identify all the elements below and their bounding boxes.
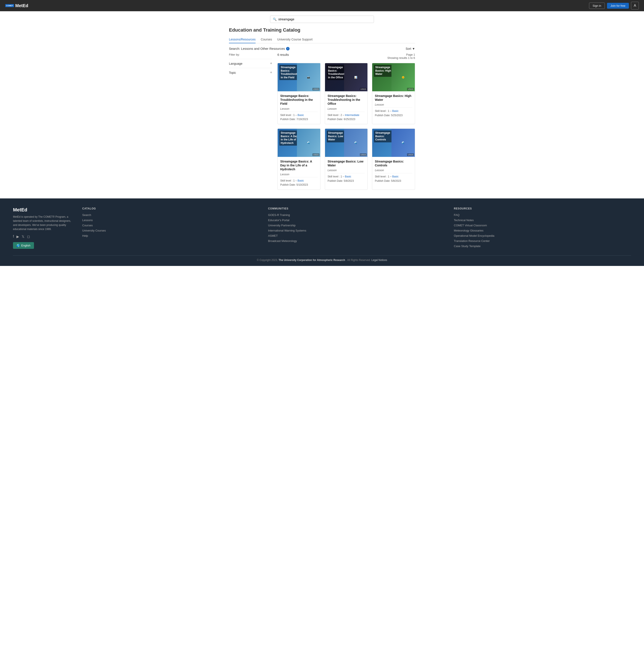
footer-link-item: Search bbox=[82, 213, 259, 217]
footer-resources-heading: RESOURCES bbox=[454, 207, 631, 210]
twitter-icon[interactable]: 𝕏 bbox=[22, 234, 25, 239]
footer-link-item: Technical Notes bbox=[454, 218, 631, 222]
footer-link-tech-notes[interactable]: Technical Notes bbox=[454, 219, 474, 222]
footer-link-educators-portal[interactable]: Educator's Portal bbox=[268, 219, 290, 222]
footer-link-item: University Courses bbox=[82, 229, 259, 232]
list-item[interactable]: Streamgage Basics: High Water 🌞 USGS Str… bbox=[372, 63, 415, 124]
results-area: 6 results Page 1 Showing results 1 to 6 … bbox=[278, 53, 415, 190]
footer-communities-heading: COMMUNITIES bbox=[268, 207, 445, 210]
skill-link[interactable]: Basic bbox=[345, 175, 351, 178]
tab-courses[interactable]: Courses bbox=[261, 36, 272, 43]
footer-link-ome[interactable]: Operational Model Encyclopedia bbox=[454, 234, 494, 238]
tab-university[interactable]: University Course Support bbox=[277, 36, 313, 43]
skill-link[interactable]: Intermediate bbox=[345, 114, 359, 117]
footer-link-faq[interactable]: FAQ bbox=[454, 213, 459, 217]
footer-link-goes-r[interactable]: GOES-R Training bbox=[268, 213, 290, 217]
site-header: COMET MetEd Sign in Join for free A bbox=[0, 0, 644, 11]
logo-text: MetEd bbox=[15, 3, 28, 8]
search-label-row: Search: Lessons and Other Resources i So… bbox=[229, 47, 415, 50]
footer-language-button[interactable]: 🌎 English bbox=[13, 242, 34, 249]
footer-catalog-heading: CATALOG bbox=[82, 207, 259, 210]
main-content: Education and Training Catalog Lessons/R… bbox=[225, 25, 419, 198]
footer-link-item: GOES-R Training bbox=[268, 213, 445, 217]
card-thumb-image: 🌞 bbox=[391, 63, 415, 91]
legal-notices-link[interactable]: Legal Notices bbox=[371, 259, 387, 262]
card-body: Streamgage Basics: High Water Lesson Ski… bbox=[372, 91, 415, 120]
signin-button[interactable]: Sign in bbox=[589, 3, 605, 9]
footer-link-case-study[interactable]: Case Study Template bbox=[454, 245, 480, 248]
list-item[interactable]: Streamgage Basics: Low Water 🌊 USGS Stre… bbox=[325, 129, 368, 190]
card-thumb-image: 🌊 bbox=[297, 129, 320, 157]
footer-communities-links: GOES-R Training Educator's Portal Univer… bbox=[268, 213, 445, 243]
card-thumbnail: Streamgage Basics: Low Water 🌊 USGS bbox=[325, 129, 368, 157]
header-actions: Sign in Join for free A bbox=[589, 2, 639, 9]
search-input[interactable] bbox=[278, 17, 371, 21]
list-item[interactable]: Streamgage Basics: Troubleshooting in th… bbox=[325, 63, 368, 124]
join-button[interactable]: Join for free bbox=[607, 3, 629, 9]
card-thumbnail: Streamgage Basics: Troubleshooting in th… bbox=[278, 63, 320, 91]
skill-link[interactable]: Basic bbox=[297, 179, 304, 182]
footer-link-help[interactable]: Help bbox=[82, 234, 88, 238]
card-title: Streamgage Basics: High Water bbox=[375, 94, 412, 102]
card-meta: Skill level : 1 – Basic Publish Date: 7/… bbox=[280, 113, 318, 121]
card-title: Streamgage Basics: Troubleshooting in th… bbox=[280, 94, 318, 106]
footer-resources-column: RESOURCES FAQ Technical Notes COMET Virt… bbox=[454, 207, 631, 249]
tab-bar: Lessons/Resources Courses University Cou… bbox=[229, 36, 415, 43]
footer-link-asmet[interactable]: ASMET bbox=[268, 234, 278, 238]
card-type: Lesson bbox=[280, 173, 318, 177]
results-page: Page 1 Showing results 1 to 6 bbox=[387, 53, 415, 60]
footer-link-item: Translation Resource Center bbox=[454, 239, 631, 243]
instagram-icon[interactable]: ◻ bbox=[27, 234, 30, 239]
youtube-icon[interactable]: ▶ bbox=[16, 234, 19, 239]
filter-sidebar: Filter by: Language + Topic + bbox=[229, 53, 272, 190]
footer-link-lessons[interactable]: Lessons bbox=[82, 219, 93, 222]
card-thumb-image: 🌊 bbox=[344, 129, 367, 157]
filter-topic[interactable]: Topic + bbox=[229, 68, 272, 77]
footer-link-intl-warning[interactable]: International Warning Systems bbox=[268, 229, 307, 232]
language-icon-button[interactable]: A bbox=[631, 2, 639, 9]
card-thumb-image: 📷 bbox=[297, 63, 320, 91]
footer-link-comet-virtual[interactable]: COMET Virtual Classroom bbox=[454, 224, 487, 227]
footer-link-glossaries[interactable]: Meteorology Glossaries bbox=[454, 229, 484, 232]
card-thumb-usgs-label: USGS bbox=[313, 88, 319, 91]
facebook-icon[interactable]: f bbox=[13, 234, 14, 239]
footer-resources-links: FAQ Technical Notes COMET Virtual Classr… bbox=[454, 213, 631, 248]
list-item[interactable]: Streamgage Basics: Controls 🌊 USGS Strea… bbox=[372, 129, 415, 190]
logo[interactable]: COMET MetEd bbox=[5, 3, 28, 8]
tab-lessons[interactable]: Lessons/Resources bbox=[229, 36, 256, 43]
page-title: Education and Training Catalog bbox=[229, 27, 415, 33]
filter-language-plus-icon: + bbox=[270, 61, 272, 66]
list-item[interactable]: Streamgage Basics: Troubleshooting in th… bbox=[278, 63, 320, 124]
footer-link-search[interactable]: Search bbox=[82, 213, 91, 217]
card-meta: Skill level : 2 – Intermediate Publish D… bbox=[328, 113, 365, 121]
card-meta: Skill level : 1 – Basic Publish Date: 5/… bbox=[375, 175, 412, 183]
card-grid: Streamgage Basics: Troubleshooting in th… bbox=[278, 63, 415, 190]
copyright-text: © Copyright 2023, bbox=[257, 259, 278, 262]
filter-language[interactable]: Language + bbox=[229, 59, 272, 68]
footer-link-university-courses[interactable]: University Courses bbox=[82, 229, 106, 232]
footer-link-translation[interactable]: Translation Resource Center bbox=[454, 239, 490, 243]
footer-link-item: University Partnership bbox=[268, 223, 445, 227]
footer-link-university-partnership[interactable]: University Partnership bbox=[268, 224, 296, 227]
sort-button[interactable]: Sort ▼ bbox=[405, 47, 415, 50]
card-body: Streamgage Basics: A Day in the Life of … bbox=[278, 157, 320, 189]
skill-link[interactable]: Basic bbox=[297, 114, 304, 117]
card-title: Streamgage Basics: A Day in the Life of … bbox=[280, 159, 318, 171]
footer-link-item: International Warning Systems bbox=[268, 229, 445, 232]
footer-link-broadcast[interactable]: Broadcast Meteorology bbox=[268, 239, 297, 243]
results-count: 6 results bbox=[278, 53, 289, 57]
footer-link-courses[interactable]: Courses bbox=[82, 224, 93, 227]
card-title: Streamgage Basics: Low Water bbox=[328, 159, 365, 167]
footer-link-item: Meteorology Glossaries bbox=[454, 229, 631, 232]
card-type: Lesson bbox=[328, 107, 365, 112]
search-label: Search: Lessons and Other Resources i bbox=[229, 47, 290, 50]
skill-link[interactable]: Basic bbox=[392, 109, 398, 112]
card-thumb-usgs-label: USGS bbox=[360, 88, 367, 91]
translate-icon: A bbox=[634, 4, 636, 8]
footer-link-item: Case Study Template bbox=[454, 244, 631, 248]
card-thumbnail: Streamgage Basics: Troubleshooting in th… bbox=[325, 63, 368, 91]
card-body: Streamgage Basics: Controls Lesson Skill… bbox=[372, 157, 415, 186]
skill-link[interactable]: Basic bbox=[392, 175, 398, 178]
org-link[interactable]: The University Corporation for Atmospher… bbox=[279, 259, 345, 262]
list-item[interactable]: Streamgage Basics: A Day in the Life of … bbox=[278, 129, 320, 190]
